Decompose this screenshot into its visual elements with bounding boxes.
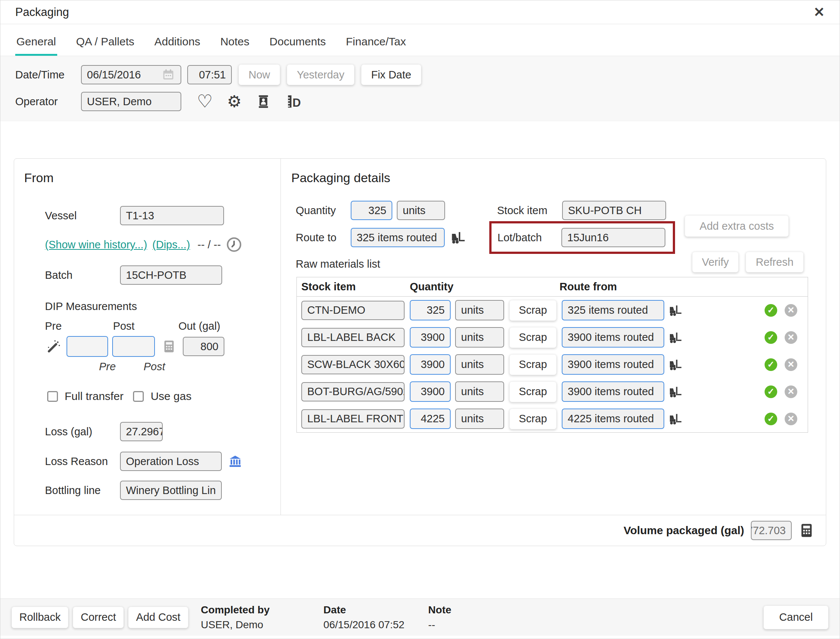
- page-title: Packaging: [15, 6, 69, 19]
- date-input[interactable]: 06/15/2016: [81, 65, 181, 84]
- row-quantity-input[interactable]: 325: [410, 300, 451, 320]
- quantity-input[interactable]: 325: [351, 201, 392, 220]
- row-stock-input[interactable]: LBL-LABEL BACK: [301, 328, 404, 347]
- row-remove-icon[interactable]: ✕: [785, 331, 797, 344]
- forklift-icon[interactable]: [668, 330, 683, 345]
- tab-additions[interactable]: Additions: [153, 35, 201, 56]
- full-transfer-checkbox[interactable]: [47, 391, 58, 402]
- row-verified-icon[interactable]: ✓: [765, 385, 777, 398]
- dip-pre-input[interactable]: [67, 336, 108, 357]
- row-verified-icon[interactable]: ✓: [765, 304, 777, 317]
- loss-reason-label: Loss Reason: [45, 455, 120, 467]
- operator-badge-icon[interactable]: [255, 94, 271, 109]
- operator-label: Operator: [15, 95, 81, 108]
- row-remove-icon[interactable]: ✕: [785, 304, 797, 317]
- forklift-icon[interactable]: [668, 385, 683, 399]
- forklift-icon[interactable]: [668, 357, 683, 372]
- quantity-units-input[interactable]: units: [397, 201, 445, 220]
- lot-batch-label: Lot/batch: [498, 232, 561, 244]
- full-transfer-label: Full transfer: [65, 390, 124, 402]
- route-to-input[interactable]: 325 items routed: [351, 228, 445, 247]
- row-verified-icon[interactable]: ✓: [765, 413, 777, 425]
- row-verified-icon[interactable]: ✓: [765, 358, 777, 371]
- datetime-label: Date/Time: [15, 69, 81, 81]
- lot-batch-input[interactable]: 15Jun16: [561, 228, 666, 247]
- row-verified-icon[interactable]: ✓: [765, 331, 777, 344]
- row-quantity-input[interactable]: 4225: [410, 409, 451, 429]
- row-units-input[interactable]: units: [455, 300, 504, 320]
- favorite-heart-icon[interactable]: ♡: [197, 92, 213, 110]
- row-units-input[interactable]: units: [455, 381, 504, 402]
- batch-input[interactable]: 15CH-POTB: [120, 265, 222, 285]
- row-stock-input[interactable]: LBL-LABEL FRONT: [301, 409, 404, 429]
- operator-input[interactable]: USER, Demo: [81, 92, 181, 111]
- correct-button[interactable]: Correct: [73, 607, 124, 628]
- scrap-button[interactable]: Scrap: [509, 409, 556, 429]
- tab-documents[interactable]: Documents: [268, 35, 327, 56]
- row-remove-icon[interactable]: ✕: [785, 358, 797, 371]
- forklift-icon[interactable]: [668, 303, 683, 318]
- forklift-icon[interactable]: [450, 229, 466, 246]
- loss-input[interactable]: 27.2967: [120, 422, 163, 441]
- dip-calculator-icon[interactable]: [162, 339, 176, 354]
- row-route-input[interactable]: 325 items routed: [562, 300, 664, 320]
- tab-qa-pallets[interactable]: QA / Pallets: [75, 35, 136, 56]
- scrap-button[interactable]: Scrap: [509, 327, 556, 348]
- volume-calculator-icon[interactable]: [799, 522, 815, 539]
- row-route-input[interactable]: 3900 items routed: [562, 327, 664, 348]
- bank-icon[interactable]: [228, 454, 242, 469]
- verify-button[interactable]: Verify: [692, 252, 739, 272]
- clock-icon[interactable]: [226, 237, 242, 253]
- forklift-icon[interactable]: [668, 412, 683, 426]
- row-stock-input[interactable]: BOT-BURG/AG/5902: [301, 382, 404, 401]
- row-route-input[interactable]: 3900 items routed: [562, 354, 664, 375]
- calendar-icon[interactable]: [161, 68, 175, 82]
- row-stock-input[interactable]: CTN-DEMO: [301, 301, 404, 320]
- dips-link[interactable]: (Dips...): [152, 238, 190, 251]
- magic-wand-icon[interactable]: [46, 339, 61, 354]
- row-stock-input[interactable]: SCW-BLACK 30X60: [301, 355, 404, 374]
- rollback-button[interactable]: Rollback: [11, 607, 68, 628]
- scrap-button[interactable]: Scrap: [509, 381, 556, 402]
- dip-post-input[interactable]: [112, 336, 155, 357]
- refresh-button[interactable]: Refresh: [746, 252, 804, 272]
- fix-date-button[interactable]: Fix Date: [361, 64, 421, 85]
- yesterday-button[interactable]: Yesterday: [287, 64, 354, 85]
- stock-item-input[interactable]: SKU-POTB CH: [562, 201, 666, 220]
- add-cost-button[interactable]: Add Cost: [128, 607, 188, 628]
- ruler-d-icon[interactable]: D: [285, 93, 302, 110]
- cancel-button[interactable]: Cancel: [764, 606, 829, 629]
- add-extra-costs-button[interactable]: Add extra costs: [685, 215, 789, 237]
- close-icon[interactable]: ✕: [814, 5, 825, 20]
- row-quantity-input[interactable]: 3900: [410, 354, 451, 375]
- now-button[interactable]: Now: [239, 64, 280, 85]
- tab-notes[interactable]: Notes: [219, 35, 250, 56]
- dip-out-input[interactable]: 800: [183, 337, 224, 356]
- volume-packaged-input[interactable]: 772.703: [751, 521, 792, 540]
- bottling-line-input[interactable]: Winery Bottling Lin: [120, 481, 222, 500]
- row-route-input[interactable]: 4225 items routed: [562, 409, 664, 429]
- scrap-button[interactable]: Scrap: [509, 300, 556, 321]
- time-input[interactable]: 07:51: [187, 65, 232, 84]
- vessel-input[interactable]: T1-13: [120, 206, 224, 225]
- scrap-button[interactable]: Scrap: [509, 354, 556, 375]
- row-quantity-input[interactable]: 3900: [410, 327, 451, 348]
- col-header-stock-item: Stock item: [301, 281, 410, 293]
- tab-finance-tax[interactable]: Finance/Tax: [345, 35, 407, 56]
- show-wine-history-link[interactable]: (Show wine history...): [45, 238, 147, 251]
- row-units-input[interactable]: units: [455, 327, 504, 348]
- row-remove-icon[interactable]: ✕: [785, 413, 797, 425]
- dips-value: -- / --: [198, 238, 221, 251]
- tab-general[interactable]: General: [15, 35, 57, 56]
- footer-note-label: Note: [428, 604, 452, 616]
- row-remove-icon[interactable]: ✕: [785, 385, 797, 398]
- bottling-line-label: Bottling line: [45, 484, 120, 497]
- loss-reason-input[interactable]: Operation Loss: [120, 451, 222, 471]
- settings-gear-icon[interactable]: ⚙: [227, 93, 241, 110]
- use-gas-checkbox[interactable]: [133, 391, 144, 402]
- row-route-input[interactable]: 3900 items routed: [562, 381, 664, 402]
- row-units-input[interactable]: units: [455, 409, 504, 429]
- row-units-input[interactable]: units: [455, 354, 504, 375]
- from-panel: From Vessel T1-13 (Show wine history...)…: [14, 159, 281, 515]
- row-quantity-input[interactable]: 3900: [410, 381, 451, 402]
